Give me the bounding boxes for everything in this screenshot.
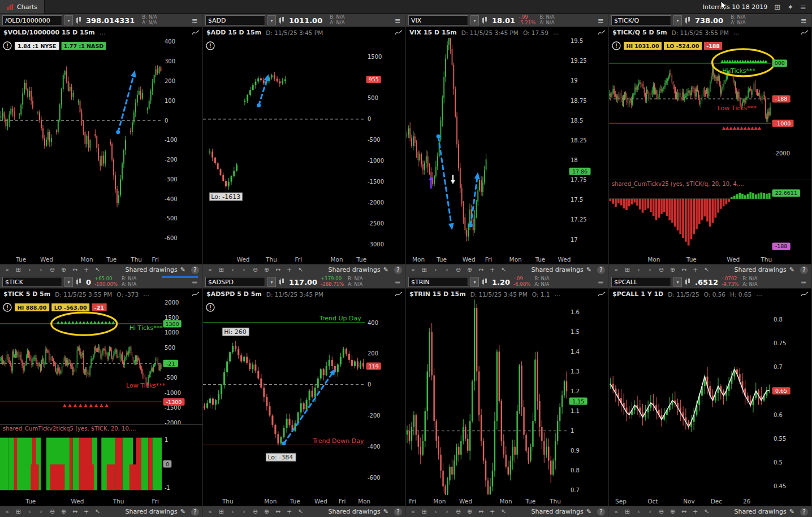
- pin-icon[interactable]: ✦: [787, 3, 793, 11]
- chart-plot-area[interactable]: 19.519.251918.7518.518.251817.7517.517.2…: [406, 38, 608, 255]
- help-icon[interactable]: ?: [394, 266, 402, 274]
- pointer-icon[interactable]: ↖: [500, 508, 507, 515]
- step-back-icon[interactable]: ‹: [26, 266, 33, 273]
- panel-menu-icon[interactable]: ≡: [189, 278, 200, 286]
- panel-menu-icon[interactable]: ≡: [595, 278, 606, 286]
- crosshair-icon[interactable]: +: [489, 266, 496, 273]
- step-forward-icon[interactable]: ›: [240, 266, 248, 273]
- crosshair-icon[interactable]: +: [83, 266, 90, 273]
- symbol-input[interactable]: VIX: [408, 15, 468, 25]
- chart-canvas[interactable]: 4003002001000-100-200-300-400-500-600!1.…: [0, 38, 203, 253]
- pattern-icon[interactable]: [801, 29, 809, 36]
- pan-icon[interactable]: ↔: [477, 266, 485, 273]
- crosshair-icon[interactable]: +: [286, 508, 293, 515]
- chart-type-icon[interactable]: [75, 278, 82, 286]
- symbol-dropdown-button[interactable]: ▾: [64, 15, 73, 25]
- charts-tab[interactable]: Charts: [0, 0, 45, 14]
- zoom-out-icon[interactable]: ⊖: [658, 266, 665, 273]
- symbol-dropdown-button[interactable]: ▾: [267, 15, 276, 25]
- title-more-link[interactable]: ...: [756, 290, 762, 298]
- symbol-input[interactable]: $PCALL: [611, 277, 671, 287]
- jump-start-icon[interactable]: «: [206, 266, 214, 273]
- panel-menu-icon[interactable]: ≡: [392, 16, 403, 25]
- chart-plot-area[interactable]: Trend Up DayTrend Down DayHi: 260Lo: -38…: [203, 299, 405, 497]
- pan-icon[interactable]: ↔: [274, 508, 282, 515]
- pan-icon[interactable]: ↔: [71, 508, 79, 515]
- panel-menu-icon[interactable]: ≡: [189, 16, 200, 25]
- symbol-dropdown-button[interactable]: ▾: [673, 15, 682, 25]
- chart-plot-area[interactable]: Hi Ticks***Low Ticks***-2000000-188-1000…: [609, 38, 811, 255]
- chart-canvas[interactable]: Hi Ticks***Low Ticks***200015001000500-5…: [0, 299, 203, 495]
- step-forward-icon[interactable]: ›: [240, 508, 248, 515]
- step-forward-icon[interactable]: ›: [37, 266, 45, 273]
- help-icon[interactable]: ?: [800, 266, 808, 274]
- chart-canvas[interactable]: Lo: -161315005000-500-1000-1500-2000-250…: [203, 38, 406, 253]
- pattern-icon[interactable]: [192, 291, 200, 298]
- layout-grid-icon[interactable]: ⊞: [624, 508, 631, 515]
- layout-grid-icon[interactable]: ⊞: [15, 266, 22, 273]
- zoom-in-icon[interactable]: ⊕: [263, 508, 270, 515]
- jump-start-icon[interactable]: «: [612, 508, 620, 515]
- chart-plot-area[interactable]: Lo: -161315005000-500-1000-1500-2000-250…: [203, 38, 405, 255]
- pan-icon[interactable]: ↔: [71, 266, 79, 273]
- panel-menu-icon[interactable]: ≡: [798, 278, 809, 286]
- zoom-out-icon[interactable]: ⊖: [49, 266, 56, 273]
- symbol-input[interactable]: $TICK/Q: [611, 15, 671, 25]
- symbol-input[interactable]: $ADD: [205, 15, 265, 25]
- zoom-out-icon[interactable]: ⊖: [658, 508, 665, 515]
- pointer-icon[interactable]: ↖: [500, 266, 507, 273]
- help-icon[interactable]: ?: [191, 266, 199, 274]
- chart-canvas[interactable]: Hi Ticks***Low Ticks***-2000000-188-1000…: [609, 38, 812, 253]
- shared-drawings-button[interactable]: Shared drawings ✎: [126, 508, 185, 515]
- pattern-icon[interactable]: [801, 291, 809, 298]
- chart-type-icon[interactable]: [684, 278, 691, 286]
- shared-drawings-button[interactable]: Shared drawings ✎: [532, 508, 591, 515]
- zoom-in-icon[interactable]: ⊕: [263, 266, 270, 273]
- app-menu-icon[interactable]: ≡: [800, 3, 806, 11]
- step-forward-icon[interactable]: ›: [443, 508, 451, 515]
- panel-menu-icon[interactable]: ≡: [392, 278, 403, 286]
- shared-drawings-button[interactable]: Shared drawings ✎: [126, 266, 185, 273]
- title-more-link[interactable]: ...: [100, 29, 106, 36]
- symbol-dropdown-button[interactable]: ▾: [267, 277, 276, 287]
- zoom-in-icon[interactable]: ⊕: [466, 508, 473, 515]
- pattern-icon[interactable]: [395, 291, 403, 298]
- title-more-link[interactable]: ...: [143, 290, 149, 298]
- chart-type-icon[interactable]: [684, 16, 691, 24]
- layout-grid-icon[interactable]: ⊞: [421, 266, 428, 273]
- crosshair-icon[interactable]: +: [286, 266, 293, 273]
- layout-grid-icon[interactable]: ⊞: [624, 266, 631, 273]
- step-back-icon[interactable]: ‹: [229, 508, 236, 515]
- pan-icon[interactable]: ↔: [274, 266, 282, 273]
- pointer-icon[interactable]: ↖: [703, 508, 710, 515]
- step-forward-icon[interactable]: ›: [37, 508, 45, 515]
- chart-type-icon[interactable]: [481, 278, 488, 286]
- pointer-icon[interactable]: ↖: [94, 266, 101, 273]
- help-icon[interactable]: ?: [394, 508, 402, 516]
- shared-drawings-button[interactable]: Shared drawings ✎: [329, 266, 388, 273]
- chart-plot-area[interactable]: 1.61.51.41.31.21.110.90.80.71.15: [406, 299, 608, 497]
- symbol-input[interactable]: $TICK: [2, 277, 62, 287]
- chart-type-icon[interactable]: [278, 16, 285, 24]
- pointer-icon[interactable]: ↖: [297, 508, 304, 515]
- zoom-in-icon[interactable]: ⊕: [60, 508, 67, 515]
- shared-drawings-button[interactable]: Shared drawings ✎: [735, 266, 794, 273]
- shared-drawings-button[interactable]: Shared drawings ✎: [735, 508, 794, 515]
- step-back-icon[interactable]: ‹: [26, 508, 33, 515]
- jump-start-icon[interactable]: «: [3, 266, 11, 273]
- grid-layout-icon[interactable]: ⊞: [774, 3, 780, 11]
- zoom-in-icon[interactable]: ⊕: [60, 266, 67, 273]
- chart-plot-area[interactable]: 4003002001000-100-200-300-400-500-600!1.…: [0, 38, 202, 255]
- symbol-input[interactable]: $TRIN: [408, 277, 468, 287]
- shared-drawings-button[interactable]: Shared drawings ✎: [329, 508, 388, 515]
- symbol-dropdown-button[interactable]: ▾: [470, 277, 479, 287]
- pointer-icon[interactable]: ↖: [94, 508, 101, 515]
- step-forward-icon[interactable]: ›: [646, 266, 654, 273]
- shared-drawings-button[interactable]: Shared drawings ✎: [532, 266, 591, 273]
- title-more-link[interactable]: ...: [733, 29, 740, 36]
- help-icon[interactable]: ?: [597, 266, 605, 274]
- pattern-icon[interactable]: [598, 29, 606, 36]
- step-back-icon[interactable]: ‹: [635, 508, 642, 515]
- jump-start-icon[interactable]: «: [409, 266, 417, 273]
- symbol-dropdown-button[interactable]: ▾: [64, 277, 73, 287]
